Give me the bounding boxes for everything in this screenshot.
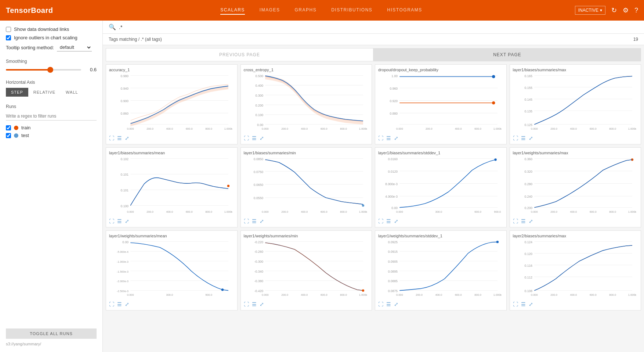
expand-icon[interactable]: ⛶ xyxy=(109,218,114,224)
main-layout: Show data download links Ignore outliers… xyxy=(0,21,644,352)
svg-point-177 xyxy=(496,241,499,243)
list-icon[interactable]: ☰ xyxy=(252,301,257,307)
expand-icon[interactable]: ⛶ xyxy=(109,135,114,141)
fullscreen-icon[interactable]: ⤢ xyxy=(260,218,264,224)
smoothing-title: Smoothing xyxy=(6,59,97,64)
svg-text:1.000k: 1.000k xyxy=(493,127,502,130)
inactive-dropdown[interactable]: INACTIVE ▾ xyxy=(575,6,605,15)
chart-svg: -0.220 -0.260 -0.300 -0.340 -0.380 -0.42… xyxy=(244,240,369,298)
prev-page-button[interactable]: PREVIOUS PAGE xyxy=(106,48,373,61)
fullscreen-icon[interactable]: ⤢ xyxy=(394,301,398,307)
svg-text:0.860: 0.860 xyxy=(121,112,129,115)
svg-text:-0.420: -0.420 xyxy=(254,289,263,293)
list-icon[interactable]: ☰ xyxy=(252,135,257,141)
inactive-label: INACTIVE xyxy=(578,8,598,13)
help-icon[interactable]: ? xyxy=(634,7,638,14)
chart-svg: 0.102 0.101 0.101 0.100 0.000 200.0 400.… xyxy=(109,157,234,215)
svg-text:0.920: 0.920 xyxy=(390,99,398,103)
list-icon[interactable]: ☰ xyxy=(117,218,122,224)
list-icon[interactable]: ☰ xyxy=(252,218,257,224)
chart-l1-weight-std: layer1/weights/summaries/stddev_1 0.0925… xyxy=(375,230,507,310)
list-icon[interactable]: ☰ xyxy=(386,218,391,224)
svg-text:400.0: 400.0 xyxy=(570,127,577,130)
fullscreen-icon[interactable]: ⤢ xyxy=(260,301,264,307)
list-icon[interactable]: ☰ xyxy=(521,218,526,224)
fullscreen-icon[interactable]: ⤢ xyxy=(529,135,533,141)
fullscreen-icon[interactable]: ⤢ xyxy=(529,301,533,307)
runs-filter-input[interactable] xyxy=(6,112,97,121)
chart-title: layer1/biases/summaries/min xyxy=(244,151,369,155)
chart-actions: ⛶ ☰ ⤢ xyxy=(513,134,638,141)
svg-text:400.0: 400.0 xyxy=(455,127,462,130)
svg-text:0.000: 0.000 xyxy=(261,293,268,297)
main-nav: SCALARS IMAGES GRAPHS DISTRIBUTIONS HIST… xyxy=(68,6,575,15)
svg-text:800.0: 800.0 xyxy=(205,210,212,213)
svg-text:0.940: 0.940 xyxy=(121,87,129,90)
expand-icon[interactable]: ⛶ xyxy=(378,218,383,224)
chart-actions: ⛶ ☰ ⤢ xyxy=(378,300,503,307)
chart-area: 0.0850 0.0750 0.0650 0.0550 0.000 200.0 … xyxy=(244,157,369,215)
svg-text:0.0875: 0.0875 xyxy=(388,289,398,293)
fullscreen-icon[interactable]: ⤢ xyxy=(529,218,533,224)
expand-icon[interactable]: ⛶ xyxy=(244,301,249,307)
expand-icon[interactable]: ⛶ xyxy=(109,301,114,307)
h-axis-relative-btn[interactable]: RELATIVE xyxy=(28,88,61,97)
nav-graphs[interactable]: GRAPHS xyxy=(295,6,317,15)
list-icon[interactable]: ☰ xyxy=(386,301,391,307)
expand-icon[interactable]: ⛶ xyxy=(513,218,518,224)
run-train-checkbox[interactable] xyxy=(6,125,11,130)
expand-icon[interactable]: ⛶ xyxy=(378,135,383,141)
svg-text:0.155: 0.155 xyxy=(524,86,532,90)
list-icon[interactable]: ☰ xyxy=(117,135,122,141)
nav-histograms[interactable]: HISTOGRAMS xyxy=(387,6,422,15)
refresh-icon[interactable]: ↻ xyxy=(611,6,617,14)
svg-text:8.000e-3: 8.000e-3 xyxy=(385,182,398,186)
list-icon[interactable]: ☰ xyxy=(521,135,526,141)
nav-distributions[interactable]: DISTRIBUTIONS xyxy=(331,6,372,15)
run-test-checkbox[interactable] xyxy=(6,133,11,138)
svg-text:0.500: 0.500 xyxy=(255,74,263,78)
fullscreen-icon[interactable]: ⤢ xyxy=(125,218,129,224)
ignore-outliers-checkbox[interactable] xyxy=(6,35,11,40)
tooltip-select[interactable]: default ascending descending xyxy=(57,43,92,51)
chart-actions: ⛶ ☰ ⤢ xyxy=(378,134,503,141)
list-icon[interactable]: ☰ xyxy=(521,301,526,307)
expand-icon[interactable]: ⛶ xyxy=(244,218,249,224)
svg-text:1.000k: 1.000k xyxy=(359,127,367,130)
chart-title: layer1/biases/summaries/stddev_1 xyxy=(378,151,503,155)
run-item-test: test xyxy=(6,133,97,138)
smoothing-slider[interactable] xyxy=(6,69,81,71)
tags-count: 19 xyxy=(633,37,638,42)
expand-icon[interactable]: ⛶ xyxy=(513,135,518,141)
app-header: TensorBoard SCALARS IMAGES GRAPHS DISTRI… xyxy=(0,0,644,21)
nav-scalars[interactable]: SCALARS xyxy=(220,6,245,15)
expand-icon[interactable]: ⛶ xyxy=(513,301,518,307)
chart-l1-bias-std: layer1/biases/summaries/stddev_1 0.0160 … xyxy=(375,147,507,227)
fullscreen-icon[interactable]: ⤢ xyxy=(260,135,264,141)
svg-text:900.0: 900.0 xyxy=(205,293,212,297)
svg-text:0.125: 0.125 xyxy=(524,123,532,127)
svg-text:0.112: 0.112 xyxy=(524,276,532,279)
fullscreen-icon[interactable]: ⤢ xyxy=(125,135,129,141)
svg-text:200.0: 200.0 xyxy=(281,210,288,213)
chart-l1-weight-max: layer1/weights/summaries/max 0.360 0.320… xyxy=(510,147,641,227)
show-download-checkbox[interactable] xyxy=(6,27,11,32)
list-icon[interactable]: ☰ xyxy=(386,135,391,141)
nav-images[interactable]: IMAGES xyxy=(260,6,280,15)
h-axis-wall-btn[interactable]: WALL xyxy=(61,88,83,97)
svg-text:0.400: 0.400 xyxy=(255,84,263,87)
expand-icon[interactable]: ⛶ xyxy=(378,301,383,307)
svg-text:600.0: 600.0 xyxy=(186,210,193,213)
next-page-button[interactable]: NEXT PAGE xyxy=(373,48,641,61)
svg-text:0.101: 0.101 xyxy=(121,188,129,192)
search-input[interactable] xyxy=(119,24,638,30)
expand-icon[interactable]: ⛶ xyxy=(244,135,249,141)
h-axis-step-btn[interactable]: STEP xyxy=(6,88,28,97)
chart-svg: 0.0850 0.0750 0.0650 0.0550 0.000 200.0 … xyxy=(244,157,369,215)
fullscreen-icon[interactable]: ⤢ xyxy=(125,301,129,307)
list-icon[interactable]: ☰ xyxy=(117,301,122,307)
settings-icon[interactable]: ⚙ xyxy=(623,6,629,14)
fullscreen-icon[interactable]: ⤢ xyxy=(394,135,398,141)
fullscreen-icon[interactable]: ⤢ xyxy=(394,218,398,224)
toggle-all-runs-button[interactable]: TOGGLE ALL RUNS xyxy=(6,328,97,339)
